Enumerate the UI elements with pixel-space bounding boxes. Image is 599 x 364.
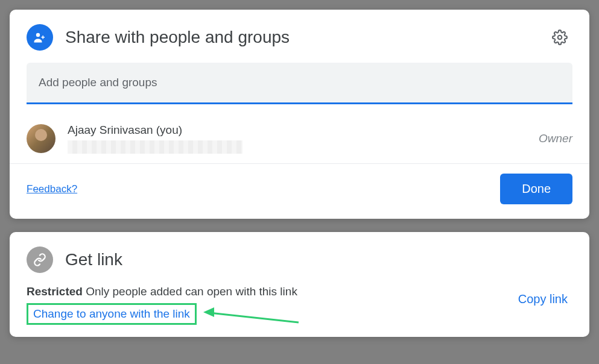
settings-button[interactable] [547, 25, 572, 50]
person-name: Ajaay Srinivasan (you) [68, 124, 539, 137]
svg-point-1 [558, 36, 562, 40]
change-link-highlight: Change to anyone with the link [27, 303, 197, 325]
get-link-card: Get link Restricted Only people added ca… [10, 232, 589, 337]
person-email-redacted [68, 140, 242, 154]
person-info: Ajaay Srinivasan (you) [68, 124, 539, 154]
avatar [27, 124, 55, 153]
get-link-header: Get link [10, 246, 589, 285]
restricted-label: Restricted [27, 285, 83, 298]
feedback-link[interactable]: Feedback? [27, 183, 77, 195]
add-people-input[interactable] [27, 63, 572, 102]
person-row: Ajaay Srinivasan (you) Owner [10, 114, 589, 164]
link-icon [27, 246, 53, 273]
share-dialog-card: Share with people and groups Ajaay Srini… [10, 10, 589, 219]
restricted-desc: Only people added can open with this lin… [83, 285, 297, 298]
annotation-arrow-icon [202, 302, 305, 326]
link-section: Restricted Only people added can open wi… [10, 285, 589, 325]
svg-point-0 [36, 33, 40, 37]
copy-link-button[interactable]: Copy link [513, 285, 572, 313]
svg-marker-3 [203, 307, 214, 317]
change-to-anyone-link[interactable]: Change to anyone with the link [33, 307, 190, 321]
person-role: Owner [539, 132, 572, 145]
done-button[interactable]: Done [500, 174, 572, 204]
person-add-icon [27, 24, 53, 51]
add-people-field-wrap [27, 63, 572, 104]
share-footer: Feedback? Done [10, 164, 589, 204]
share-title: Share with people and groups [65, 28, 547, 47]
restricted-line: Restricted Only people added can open wi… [27, 285, 513, 298]
svg-line-2 [209, 313, 299, 322]
gear-icon [552, 30, 568, 45]
link-text-block: Restricted Only people added can open wi… [27, 285, 513, 325]
share-header: Share with people and groups [10, 24, 589, 63]
get-link-title: Get link [65, 250, 572, 269]
link-body: Restricted Only people added can open wi… [27, 285, 572, 325]
